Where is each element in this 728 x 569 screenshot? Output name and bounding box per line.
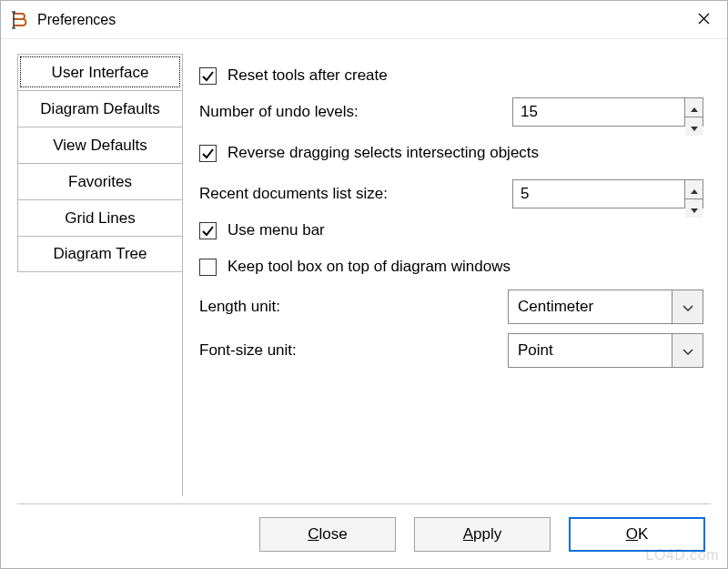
chevron-down-icon bbox=[682, 341, 693, 360]
font-size-unit-dropdown-button[interactable] bbox=[672, 334, 703, 367]
close-icon bbox=[698, 12, 710, 27]
client-area: User Interface Diagram Defaults View Def… bbox=[1, 39, 727, 568]
font-size-unit-value: Point bbox=[509, 334, 672, 367]
keep-toolbox-label: Keep tool box on top of diagram windows bbox=[228, 257, 703, 276]
button-separator bbox=[17, 503, 711, 504]
undo-levels-spinbox[interactable] bbox=[512, 97, 703, 127]
length-unit-label: Length unit: bbox=[199, 298, 499, 316]
reset-tools-label: Reset tools after create bbox=[228, 66, 703, 85]
spin-down-icon bbox=[691, 117, 698, 136]
close-button[interactable]: Close bbox=[259, 517, 396, 552]
font-size-unit-select[interactable]: Point bbox=[508, 333, 703, 368]
recent-docs-label: Recent documents list size: bbox=[199, 185, 503, 203]
dialog-button-row: Close Apply OK bbox=[17, 517, 711, 552]
length-unit-dropdown-button[interactable] bbox=[672, 290, 703, 323]
settings-panel: Reset tools after create Number of undo … bbox=[196, 54, 711, 496]
tab-strip-tail bbox=[17, 272, 183, 496]
reset-tools-checkbox[interactable] bbox=[199, 67, 217, 85]
titlebar: Preferences bbox=[1, 1, 727, 39]
undo-spin-up[interactable] bbox=[685, 98, 703, 117]
undo-levels-label: Number of undo levels: bbox=[199, 103, 503, 121]
undo-spin-down[interactable] bbox=[685, 117, 703, 136]
reverse-drag-label: Reverse dragging selects intersecting ob… bbox=[228, 143, 703, 162]
ok-button[interactable]: OK bbox=[569, 517, 705, 552]
tab-grid-lines[interactable]: Grid Lines bbox=[17, 199, 183, 236]
recent-spin-up[interactable] bbox=[685, 180, 703, 199]
check-icon bbox=[201, 147, 215, 160]
tab-diagram-tree[interactable]: Diagram Tree bbox=[17, 236, 183, 272]
preferences-window: Preferences User Interface Diagram Defau… bbox=[0, 0, 728, 569]
tab-strip: User Interface Diagram Defaults View Def… bbox=[17, 54, 183, 496]
apply-button[interactable]: Apply bbox=[414, 517, 551, 552]
menu-bar-checkbox[interactable] bbox=[199, 222, 217, 239]
recent-docs-input[interactable] bbox=[513, 180, 684, 208]
reverse-drag-checkbox[interactable] bbox=[199, 145, 217, 162]
window-title: Preferences bbox=[37, 12, 680, 28]
spin-up-icon bbox=[691, 180, 698, 198]
length-unit-value: Centimeter bbox=[509, 290, 672, 323]
recent-spin-down[interactable] bbox=[685, 199, 703, 218]
spin-down-icon bbox=[691, 199, 698, 218]
keep-toolbox-checkbox[interactable] bbox=[199, 259, 217, 276]
chevron-down-icon bbox=[682, 298, 693, 316]
tab-favorites[interactable]: Favorites bbox=[17, 163, 183, 199]
app-icon bbox=[10, 11, 28, 29]
tab-view-defaults[interactable]: View Defaults bbox=[17, 127, 183, 163]
tab-user-interface[interactable]: User Interface bbox=[17, 54, 183, 90]
menu-bar-label: Use menu bar bbox=[228, 220, 703, 239]
check-icon bbox=[201, 224, 215, 238]
length-unit-select[interactable]: Centimeter bbox=[508, 290, 703, 324]
font-size-unit-label: Font-size unit: bbox=[199, 341, 499, 360]
undo-levels-input[interactable] bbox=[513, 98, 684, 126]
check-icon bbox=[201, 69, 215, 83]
tab-diagram-defaults[interactable]: Diagram Defaults bbox=[17, 90, 183, 127]
spin-up-icon bbox=[691, 98, 698, 117]
recent-docs-spinbox[interactable] bbox=[512, 179, 703, 208]
close-window-button[interactable] bbox=[680, 1, 727, 39]
